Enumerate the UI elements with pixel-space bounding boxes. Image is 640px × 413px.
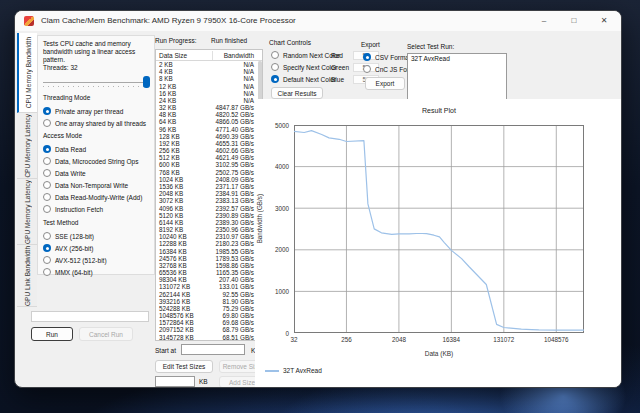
col-header-bandwidth[interactable]: Bandwidth xyxy=(224,50,254,61)
table-row[interactable]: 1024 KB2408.09 GB/s xyxy=(156,176,262,183)
table-row[interactable]: 256 KB4602.66 GB/s xyxy=(156,147,262,154)
threading-mode-title: Threading Mode xyxy=(43,94,90,101)
test-run-listbox[interactable]: 32T AvxRead xyxy=(407,53,507,101)
y-tick-label: 5000 xyxy=(263,122,289,129)
table-header[interactable]: Data Size Bandwidth xyxy=(156,50,262,61)
table-row[interactable]: 4096 KB2392.57 GB/s xyxy=(156,204,262,211)
cell-data-size: 16 KB xyxy=(156,90,176,97)
clear-results-button[interactable]: Clear Results xyxy=(271,87,323,99)
radio-option-data-write[interactable]: Data Write xyxy=(43,167,153,179)
edit-test-sizes-button[interactable]: Edit Test Sizes xyxy=(155,360,213,373)
radio-button-icon[interactable] xyxy=(271,63,279,71)
radio-option-mmx-64-bit[interactable]: MMX (64-bit) xyxy=(43,266,153,278)
radio-option-instruction-fetch[interactable]: Instruction Fetch xyxy=(43,203,153,215)
radio-button-icon[interactable] xyxy=(43,181,51,189)
radio-button-icon[interactable] xyxy=(43,107,51,115)
threads-slider[interactable] xyxy=(43,76,150,88)
radio-option-sse-128-bit[interactable]: SSE (128-bit) xyxy=(43,230,153,242)
table-row[interactable]: 4 KBN/A xyxy=(156,68,262,75)
col-header-data-size[interactable]: Data Size xyxy=(159,50,187,61)
radio-option-data-read-modify-write-add[interactable]: Data Read-Modify-Write (Add) xyxy=(43,191,153,203)
table-row[interactable]: 98304 KB207.40 GB/s xyxy=(156,276,262,283)
table-row[interactable]: 1048576 KB69.80 GB/s xyxy=(156,312,262,319)
table-row[interactable]: 65536 KB1165.35 GB/s xyxy=(156,269,262,276)
table-row[interactable]: 6144 KB2389.30 GB/s xyxy=(156,219,262,226)
radio-button-icon[interactable] xyxy=(43,157,51,165)
slider-thumb[interactable] xyxy=(143,76,150,88)
table-row[interactable]: 262144 KB92.55 GB/s xyxy=(156,291,262,298)
radio-button-icon[interactable] xyxy=(43,256,51,264)
radio-button-icon[interactable] xyxy=(43,169,51,177)
add-size-input[interactable] xyxy=(155,376,195,387)
radio-button-icon[interactable] xyxy=(43,193,51,201)
table-row[interactable]: 8192 KB2350.96 GB/s xyxy=(156,226,262,233)
table-row[interactable]: 393216 KB81.90 GB/s xyxy=(156,298,262,305)
result-table[interactable]: Data Size Bandwidth 2 KBN/A4 KBN/A8 KBN/… xyxy=(155,49,263,341)
start-at-input[interactable] xyxy=(181,344,245,355)
radio-option-data-microcoded-string-ops[interactable]: Data, Microcoded String Ops xyxy=(43,155,153,167)
radio-button-icon[interactable] xyxy=(363,65,371,73)
radio-button-icon[interactable] xyxy=(43,145,51,153)
radio-button-icon[interactable] xyxy=(43,268,51,276)
radio-button-icon[interactable] xyxy=(43,205,51,213)
table-row[interactable]: 24 KBN/A xyxy=(156,97,262,104)
table-row[interactable]: 128 KB4690.39 GB/s xyxy=(156,133,262,140)
table-row[interactable]: 32 KB4847.87 GB/s xyxy=(156,104,262,111)
tab-cpu-memory-bandwidth[interactable]: CPU Memory Bandwidth xyxy=(17,33,37,113)
radio-button-icon[interactable] xyxy=(43,232,51,240)
table-row[interactable]: 48 KB4820.52 GB/s xyxy=(156,111,262,118)
table-row[interactable]: 2 KBN/A xyxy=(156,61,262,68)
radio-option-data-non-temporal-write[interactable]: Data Non-Temporal Write xyxy=(43,179,153,191)
table-row[interactable]: 2048 KB2384.91 GB/s xyxy=(156,190,262,197)
cell-data-size: 256 KB xyxy=(156,147,180,154)
table-row[interactable]: 24576 KB1789.53 GB/s xyxy=(156,255,262,262)
run-button[interactable]: Run xyxy=(31,327,73,341)
table-row[interactable]: 16384 KB1985.55 GB/s xyxy=(156,247,262,254)
radio-option-private-array-per-thread[interactable]: Private array per thread xyxy=(43,105,153,117)
radio-option-data-read[interactable]: Data Read xyxy=(43,143,153,155)
radio-button-icon[interactable] xyxy=(43,119,51,127)
table-row[interactable]: 1536 KB2371.17 GB/s xyxy=(156,183,262,190)
tab-gpu-memory-latency[interactable]: GPU Memory Latency xyxy=(17,179,37,245)
radio-option-avx-256-bit[interactable]: AVX (256-bit) xyxy=(43,242,153,254)
table-row[interactable]: 192 KB4655.31 GB/s xyxy=(156,140,262,147)
table-row[interactable]: 5120 KB2390.89 GB/s xyxy=(156,212,262,219)
table-row[interactable]: 3072 KB2383.13 GB/s xyxy=(156,197,262,204)
export-button[interactable]: Export xyxy=(365,77,405,90)
table-row[interactable]: 10240 KB2310.97 GB/s xyxy=(156,233,262,240)
table-row[interactable]: 16 KBN/A xyxy=(156,90,262,97)
table-row[interactable]: 12 KBN/A xyxy=(156,83,262,90)
table-row[interactable]: 1572864 KB69.68 GB/s xyxy=(156,319,262,326)
table-row[interactable]: 96 KB4771.40 GB/s xyxy=(156,126,262,133)
radio-option-one-array-shared-by-all-threads[interactable]: One array shared by all threads xyxy=(43,117,153,129)
radio-button-icon[interactable] xyxy=(271,75,279,83)
minimize-button[interactable]: – xyxy=(529,11,559,31)
tab-cpu-memory-latency[interactable]: CPU Memory Latency xyxy=(17,113,37,179)
test-run-item[interactable]: 32T AvxRead xyxy=(408,54,506,63)
radio-button-icon[interactable] xyxy=(43,244,51,252)
radio-option-label: MMX (64-bit) xyxy=(55,269,93,276)
radio-button-icon[interactable] xyxy=(363,53,371,61)
app-window: Clam Cache/Mem Benchmark: AMD Ryzen 9 79… xyxy=(14,10,622,388)
radio-button-icon[interactable] xyxy=(271,51,279,59)
radio-option-avx-512-512-bit[interactable]: AVX-512 (512-bit) xyxy=(43,254,153,266)
table-row[interactable]: 64 KB4866.05 GB/s xyxy=(156,118,262,125)
table-row[interactable]: 2097152 KB68.79 GB/s xyxy=(156,326,262,333)
run-progress-label: Run Progress: xyxy=(155,37,197,44)
y-axis-label: Bandwidth (GB/s) xyxy=(256,194,263,243)
table-row[interactable]: 512 KB4621.49 GB/s xyxy=(156,154,262,161)
cell-data-size: 24 KB xyxy=(156,97,176,104)
table-row[interactable]: 3145728 KB68.51 GB/s xyxy=(156,334,262,341)
tab-gpu-link-bandwidth[interactable]: GPU Link Bandwidth xyxy=(17,245,37,307)
table-row[interactable]: 32768 KB1598.86 GB/s xyxy=(156,262,262,269)
table-row[interactable]: 8 KBN/A xyxy=(156,75,262,82)
table-row[interactable]: 600 KB3102.95 GB/s xyxy=(156,161,262,168)
table-row[interactable]: 524288 KB75.29 GB/s xyxy=(156,305,262,312)
title-bar[interactable]: Clam Cache/Mem Benchmark: AMD Ryzen 9 79… xyxy=(15,11,621,31)
table-row[interactable]: 131072 KB133.01 GB/s xyxy=(156,283,262,290)
table-row[interactable]: 768 KB2502.75 GB/s xyxy=(156,169,262,176)
maximize-button[interactable]: □ xyxy=(559,11,589,31)
close-button[interactable]: ✕ xyxy=(589,11,619,31)
table-row[interactable]: 12288 KB2180.23 GB/s xyxy=(156,240,262,247)
cell-data-size: 1024 KB xyxy=(156,176,183,183)
